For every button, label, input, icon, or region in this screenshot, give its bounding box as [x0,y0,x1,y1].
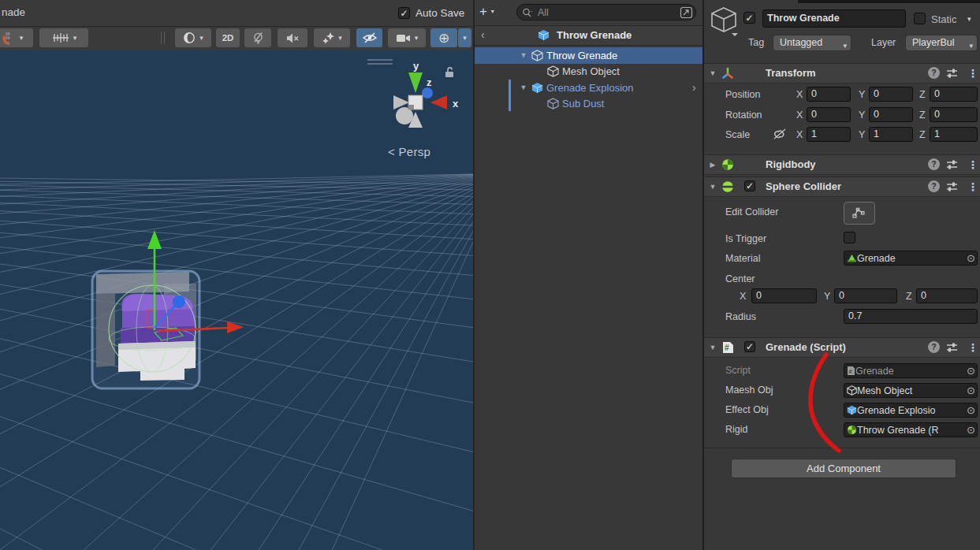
presets-icon[interactable] [946,68,958,79]
kebab-menu-icon[interactable]: ⋮ [967,158,978,171]
maesh-obj-label: Maesh Obj [725,385,773,396]
prefab-back-button[interactable]: ‹ [481,28,485,41]
object-picker-icon[interactable]: ⊙ [967,385,975,396]
scene-viewport[interactable]: y z x < Persp [0,50,473,550]
hierarchy-item-label[interactable]: Sub Dust [562,98,604,110]
x-axis-label: X [796,89,803,100]
object-picker-icon[interactable]: ⊙ [967,404,975,416]
presets-icon[interactable] [946,181,958,192]
tag-dropdown[interactable]: Untagged ▾ [773,35,851,51]
add-component-button[interactable]: Add Component [731,459,956,478]
axis-y-cone[interactable] [408,72,423,93]
toolbar-divider [161,32,162,44]
shading-mode-button[interactable]: ▾ [175,28,211,47]
foldout-open-icon[interactable]: ▼ [708,344,717,351]
position-y-field[interactable]: 0 [869,87,913,102]
foldout-closed-icon[interactable]: ▶ [708,161,717,169]
dropdown-arrow-icon: ▾ [463,34,467,42]
maesh-obj-field[interactable]: Mesh Object ⊙ [844,383,978,398]
object-picker-icon[interactable]: ⊙ [967,252,975,264]
scale-x-field[interactable]: 1 [807,127,851,142]
sphere-collider-header[interactable]: ▼ ✓ Sphere Collider ? ⋮ [704,177,980,197]
help-icon[interactable]: ? [928,341,940,353]
foldout-open-icon[interactable]: ▼ [519,51,528,59]
scene-camera-button[interactable]: ▾ [388,28,426,47]
help-icon[interactable]: ? [928,67,940,79]
hierarchy-item-label[interactable]: Throw Grenade [546,50,617,61]
link-broken-icon[interactable] [773,128,787,140]
center-y-field[interactable]: 0 [834,288,897,303]
presets-icon[interactable] [946,159,958,170]
material-object-field[interactable]: Grenade ⊙ [844,251,978,266]
add-object-button[interactable]: + ▾ [479,4,494,20]
kebab-menu-icon[interactable]: ⋮ [967,180,978,193]
help-icon[interactable]: ? [928,180,940,192]
gizmos-dropdown-button[interactable]: ▾ [458,28,471,47]
gameobject-big-cube-icon[interactable] [710,6,739,36]
rigid-field[interactable]: Throw Grenade (R ⊙ [844,422,978,437]
kebab-menu-icon[interactable]: ⋮ [967,341,978,354]
component-enabled-checkbox[interactable]: ✓ [744,341,755,352]
position-x-field[interactable]: 0 [807,87,851,102]
scale-z-field[interactable]: 1 [930,127,978,142]
lighting-toggle-button[interactable] [244,28,271,47]
is-trigger-checkbox[interactable] [844,232,855,243]
transform-header[interactable]: ▼ Transform ? ⋮ [704,63,980,84]
position-z-field[interactable]: 0 [930,87,978,102]
scene-tab-title[interactable]: nade [2,6,25,18]
axis-x-cone[interactable] [430,95,447,110]
hierarchy-row-sub-dust[interactable]: Sub Dust [475,96,702,113]
edit-collider-button[interactable] [844,202,875,225]
help-icon[interactable]: ? [928,158,940,170]
center-x-field[interactable]: 0 [751,288,817,303]
hierarchy-row-throw-grenade[interactable]: ▼ Throw Grenade [475,47,702,64]
svg-text:#: # [725,344,729,352]
foldout-open-icon[interactable]: ▼ [519,84,528,91]
radius-field[interactable]: 0.7 [844,309,978,324]
scale-y-field[interactable]: 1 [869,127,913,142]
active-checkbox[interactable]: ✓ [743,12,755,24]
snap-settings-button[interactable]: ▾ [0,28,33,47]
component-enabled-checkbox[interactable]: ✓ [744,180,755,191]
layer-dropdown[interactable]: PlayerBul ▾ [905,35,978,51]
grenade-script-header[interactable]: ▼ # ✓ Grenade (Script) ? ⋮ [704,337,980,358]
open-new-window-icon[interactable] [680,6,693,19]
rigidbody-header[interactable]: ▶ Rigidbody ? ⋮ [704,154,980,175]
static-dropdown-icon[interactable]: ▾ [967,15,971,23]
axis-z-sphere[interactable] [422,87,433,98]
kebab-menu-icon[interactable]: ⋮ [967,67,978,80]
axis-negative-x-cone[interactable] [393,95,409,110]
presets-icon[interactable] [946,342,958,353]
gizmos-toggle-button[interactable]: ⊕ [430,28,457,47]
hierarchy-row-grenade-explosion[interactable]: ▼ Grenade Explosion › [475,80,702,96]
rotation-x-field[interactable]: 0 [807,107,851,122]
audio-toggle-button[interactable] [278,28,307,47]
overlay-handle-icon[interactable] [367,59,393,61]
projection-mode-label[interactable]: < Persp [388,145,430,159]
radius-label: Radius [725,311,756,322]
effect-obj-field[interactable]: Grenade Explosio ⊙ [844,403,978,418]
hidden-objects-toggle-button[interactable] [356,28,382,47]
effects-visibility-button[interactable]: ▾ [314,28,350,47]
lock-open-icon[interactable] [444,66,455,78]
auto-save-checkbox[interactable]: ✓ [398,7,410,19]
rotation-y-field[interactable]: 0 [869,107,913,122]
hierarchy-item-label[interactable]: Grenade Explosion [546,82,634,94]
foldout-open-icon[interactable]: ▼ [708,183,717,191]
script-object-field[interactable]: # Grenade ⊙ [844,363,978,378]
rotation-z-field[interactable]: 0 [930,107,978,122]
show-children-chevron-icon[interactable]: › [692,81,696,94]
2d-toggle-button[interactable]: 2D [216,28,240,47]
object-picker-icon[interactable]: ⊙ [967,365,975,377]
hierarchy-search-field[interactable]: All [516,4,696,20]
grid-snapping-button[interactable]: ▾ [39,28,88,47]
hierarchy-row-mesh-object[interactable]: Mesh Object [475,64,702,80]
center-z-field[interactable]: 0 [916,288,978,303]
prefab-cube-icon [538,29,550,41]
static-checkbox[interactable] [914,13,926,24]
object-name-field[interactable]: Throw Grenade [762,9,906,28]
prefab-header-label[interactable]: Throw Grenade [557,29,632,41]
foldout-open-icon[interactable]: ▼ [708,69,717,77]
object-picker-icon[interactable]: ⊙ [967,424,975,436]
hierarchy-item-label[interactable]: Mesh Object [562,65,620,77]
